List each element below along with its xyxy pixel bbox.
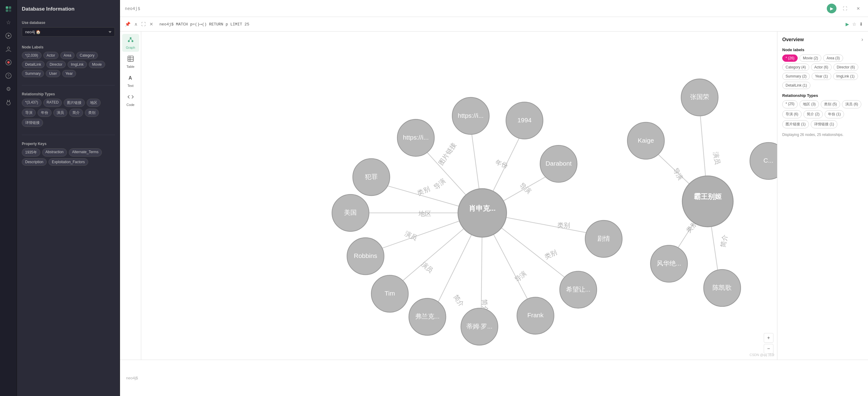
node-label-tag[interactable]: Category: [76, 52, 98, 59]
rel-type-tag[interactable]: 图片链接: [64, 99, 85, 107]
ov-rel-type-tag[interactable]: 简介 (2): [803, 110, 823, 119]
rel-type-tag[interactable]: RATED: [43, 99, 62, 107]
run-button[interactable]: ▶: [827, 4, 836, 13]
ov-rel-type-tag[interactable]: 图片链接 (1): [782, 120, 809, 128]
help-icon[interactable]: ?: [3, 70, 14, 81]
ov-rel-type-tag[interactable]: * (25): [782, 100, 798, 108]
prop-key-tag[interactable]: Abstraction: [42, 148, 67, 157]
node-label-tag[interactable]: ImgLink: [68, 61, 87, 68]
node-label-tag[interactable]: DetailLink: [22, 61, 44, 68]
prop-key-tag[interactable]: 1935年: [22, 148, 40, 157]
rel-type-tag[interactable]: 详情链接: [22, 119, 43, 127]
expand2-icon[interactable]: ⛶: [141, 22, 146, 27]
svg-text:A: A: [128, 75, 132, 80]
close2-icon[interactable]: ✕: [149, 22, 153, 27]
rel-type-tag[interactable]: *(3,437): [22, 99, 41, 107]
node-label-tag[interactable]: Director: [46, 61, 66, 68]
svg-text:剧情: 剧情: [597, 235, 610, 242]
node-label-tag[interactable]: Area: [60, 52, 74, 59]
run2-icon[interactable]: ▶: [845, 22, 849, 27]
ov-node-label-tag[interactable]: Category (4): [782, 64, 809, 71]
node-label-tag[interactable]: Year: [62, 70, 76, 77]
ov-node-label-tag[interactable]: Director (6): [833, 64, 858, 71]
svg-rect-19: [128, 56, 133, 62]
ov-rel-type-tag[interactable]: 详情链接 (1): [811, 120, 837, 128]
svg-text:1994: 1994: [517, 117, 532, 124]
node-label-tag[interactable]: User: [46, 70, 60, 77]
play-history-icon[interactable]: [3, 30, 14, 41]
ov-node-label-tag[interactable]: * (26): [782, 55, 798, 62]
ov-node-labels-title: Node labels: [782, 47, 863, 52]
ov-node-label-tag[interactable]: Summary (2): [782, 73, 810, 80]
bottom-placeholder: neo4j$: [126, 376, 138, 380]
overview-header: Overview ›: [782, 36, 863, 43]
use-db-label: Use database: [22, 21, 115, 25]
ov-node-label-tag[interactable]: DetailLink (1): [782, 82, 810, 89]
svg-point-6: [7, 47, 10, 50]
ov-rel-type-tag[interactable]: 地区 (3): [800, 100, 819, 108]
text-label: Text: [127, 84, 133, 88]
svg-rect-1: [9, 6, 11, 9]
prop-key-tag[interactable]: Description: [22, 158, 47, 166]
graph-area[interactable]: 图片链接 导演 年份 导演 类别 地区 演员 演员 简介 简介 导演 类别 类别…: [141, 32, 777, 360]
node-label-tag[interactable]: Movie: [89, 61, 105, 68]
svg-text:张国荣: 张国荣: [690, 93, 709, 100]
zoom-out-button[interactable]: −: [764, 344, 773, 354]
sidebar: Database Information Use database neo4j …: [17, 0, 120, 396]
query-input[interactable]: [144, 6, 823, 11]
prop-key-tag[interactable]: Alternate_Terms: [69, 148, 102, 157]
rel-type-tag[interactable]: 演员: [53, 109, 67, 117]
plugin-icon[interactable]: [3, 97, 14, 108]
bookmark-icon[interactable]: ☆: [3, 17, 14, 28]
query-bar-2: 📌 ∧ ⛶ ✕ neo4j$ MATCH p=()⟶() RETURN p LI…: [120, 17, 868, 32]
tool-panel: Graph Table A Text Code: [120, 32, 141, 360]
rel-type-tag[interactable]: 类别: [85, 109, 99, 117]
tool-table[interactable]: Table: [122, 53, 139, 71]
rel-type-tag[interactable]: 导演: [22, 109, 36, 117]
icon-rail: ☆ ? ⚙: [0, 0, 17, 396]
ov-rel-type-tag[interactable]: 类别 (5): [821, 100, 840, 108]
graph-label: Graph: [126, 46, 135, 50]
node-label-tag[interactable]: Summary: [22, 70, 44, 77]
ov-rel-type-tag[interactable]: 演员 (6): [842, 100, 861, 108]
svg-text:图片链接: 图片链接: [437, 141, 457, 166]
prop-key-tag[interactable]: Exploitation_Factors: [49, 158, 88, 166]
ov-rel-type-tag[interactable]: 导演 (6): [782, 110, 802, 119]
svg-text:地区: 地区: [418, 210, 431, 217]
svg-text:演员: 演员: [421, 260, 435, 274]
svg-point-58: [458, 189, 506, 237]
alert-icon[interactable]: [3, 57, 14, 68]
tool-code[interactable]: Code: [122, 91, 139, 109]
node-label-tag[interactable]: Actor: [43, 52, 59, 59]
ov-node-label-tag[interactable]: Area (3): [823, 55, 843, 62]
ov-node-label-tag[interactable]: ImgLink (1): [833, 73, 858, 80]
logo-icon[interactable]: [3, 4, 14, 14]
node-label-tag[interactable]: *(2,039): [22, 52, 41, 59]
up-arrow-icon[interactable]: ∧: [134, 22, 137, 27]
tool-text[interactable]: A Text: [122, 72, 139, 90]
sidebar-title: Database Information: [22, 6, 115, 12]
expand-button[interactable]: ⛶: [840, 4, 850, 13]
graph-icon: [127, 36, 134, 44]
rel-type-tag[interactable]: 简介: [69, 109, 83, 117]
ov-node-label-tag[interactable]: Actor (6): [811, 64, 832, 71]
settings-icon[interactable]: ⚙: [3, 84, 14, 95]
rel-type-tag[interactable]: 地区: [87, 99, 101, 107]
relationship-types-title: Relationship Types: [22, 92, 115, 96]
ov-rel-type-tag[interactable]: 年份 (1): [825, 110, 844, 119]
tool-graph[interactable]: Graph: [122, 34, 139, 52]
close-query-button[interactable]: ✕: [854, 4, 863, 13]
table-icon: [127, 56, 134, 64]
svg-text:简介: 简介: [453, 293, 466, 308]
svg-text:类别: 类别: [544, 249, 558, 260]
download-icon[interactable]: ⬇: [859, 22, 863, 27]
pin-icon[interactable]: 📌: [125, 22, 131, 27]
user-icon[interactable]: [3, 43, 14, 55]
database-select[interactable]: neo4j 🏠: [22, 27, 115, 37]
ov-node-label-tag[interactable]: Movie (2): [800, 55, 821, 62]
overview-chevron[interactable]: ›: [861, 36, 863, 43]
star-icon[interactable]: ☆: [852, 22, 856, 27]
ov-node-label-tag[interactable]: Year (1): [812, 73, 831, 80]
zoom-in-button[interactable]: +: [764, 333, 773, 343]
rel-type-tag[interactable]: 年份: [38, 109, 52, 117]
